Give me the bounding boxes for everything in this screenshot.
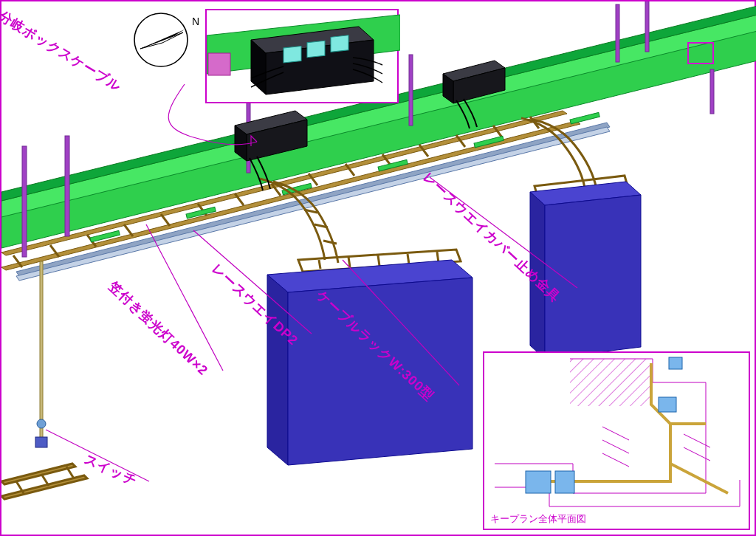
svg-line-48 — [408, 254, 409, 264]
svg-rect-85 — [526, 471, 551, 493]
detail-inset-junction-box[interactable] — [205, 9, 399, 103]
svg-rect-39 — [645, 1, 649, 52]
svg-line-43 — [323, 241, 337, 244]
svg-text:N: N — [192, 16, 199, 27]
svg-rect-33 — [570, 112, 599, 123]
svg-rect-63 — [40, 261, 43, 439]
svg-line-89 — [602, 427, 629, 440]
svg-marker-51 — [267, 275, 288, 465]
svg-line-92 — [684, 434, 710, 447]
svg-rect-35 — [65, 136, 69, 236]
svg-line-93 — [684, 447, 710, 461]
svg-marker-52 — [288, 278, 472, 465]
svg-marker-55 — [530, 192, 545, 359]
svg-rect-37 — [409, 55, 413, 126]
svg-line-10 — [161, 214, 170, 226]
svg-rect-38 — [616, 4, 619, 62]
svg-line-45 — [319, 260, 320, 269]
svg-rect-84 — [570, 359, 651, 406]
svg-rect-34 — [22, 146, 27, 257]
svg-marker-56 — [545, 195, 641, 359]
svg-rect-86 — [555, 471, 574, 493]
svg-line-46 — [348, 257, 350, 267]
svg-line-70 — [46, 430, 149, 481]
svg-line-47 — [378, 255, 379, 266]
svg-line-90 — [602, 440, 629, 453]
svg-rect-87 — [659, 397, 676, 412]
svg-line-91 — [602, 453, 629, 467]
keyplan-inset[interactable]: キープラン全体平面図 — [483, 351, 750, 530]
svg-rect-88 — [669, 357, 682, 369]
svg-rect-40 — [710, 69, 714, 114]
drawing-viewport[interactable]: 分岐ボックスケーブル レースウエイカバー止め金具 レースウエイDP2 ケーブルラ… — [0, 0, 756, 536]
svg-rect-76 — [284, 47, 301, 63]
svg-rect-77 — [307, 41, 325, 58]
svg-rect-72 — [208, 53, 230, 75]
svg-line-9 — [124, 224, 133, 236]
svg-point-65 — [37, 419, 46, 428]
compass-icon: N — [126, 7, 207, 74]
svg-line-24 — [41, 474, 49, 486]
svg-rect-64 — [35, 437, 47, 447]
svg-rect-78 — [331, 35, 348, 52]
